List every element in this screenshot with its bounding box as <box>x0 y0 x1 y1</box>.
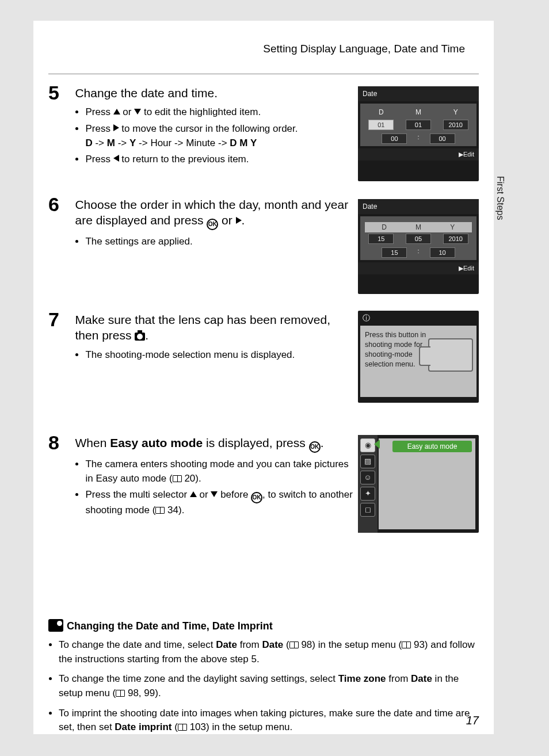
value-minute: 00 <box>430 133 455 144</box>
text: . <box>242 213 245 227</box>
text: from <box>237 639 262 650</box>
lcd-footer: ▶Edit <box>358 148 479 161</box>
camera-illustration <box>428 338 473 372</box>
text: . <box>321 436 324 449</box>
text: Date <box>411 673 432 684</box>
label-m: M <box>404 223 433 231</box>
mode-auto-icon: ◻ <box>360 503 375 517</box>
text: Press <box>85 154 113 165</box>
text: Date imprint <box>115 721 171 732</box>
lcd-date-screen-2: Date D M Y 15 05 2010 15 : 10 ▶Edit <box>358 199 479 294</box>
text: ( <box>283 639 289 650</box>
note-section: Changing the Date and Time, Date Imprint… <box>48 619 479 740</box>
text: D M Y <box>230 138 257 148</box>
up-arrow-icon <box>190 490 197 500</box>
lcd-body: D M Y 15 05 2010 15 : 10 <box>360 216 476 260</box>
text: The camera enters shooting mode and you … <box>85 459 348 484</box>
down-arrow-icon <box>134 108 141 117</box>
text: . <box>145 329 148 342</box>
edit-label: Edit <box>463 151 474 158</box>
bullet-item: Press to return to the previous item. <box>85 152 357 167</box>
mode-icons-column: ◉ ▨ ☺ ✦ ◻ <box>358 435 378 533</box>
bullet-list: The camera enters shooting mode and you … <box>75 457 357 518</box>
value-year: 2010 <box>443 234 468 244</box>
ok-button-icon: OK <box>207 219 218 230</box>
text: Time zone <box>338 673 386 684</box>
date-value-row: 01 01 2010 <box>363 120 474 130</box>
mode-easy-auto-icon: ◉ <box>360 438 375 452</box>
order-sequence: D -> M -> Y -> Hour -> Minute -> D M Y <box>85 136 357 151</box>
text: before <box>218 489 251 500</box>
text: To change the date and time, select <box>59 639 216 650</box>
page-ref-icon <box>289 642 299 648</box>
text: is displayed, press <box>203 436 308 449</box>
text: M <box>107 138 115 148</box>
label-d: D <box>367 108 395 116</box>
step-title: Make sure that the lens cap has been rem… <box>75 312 357 343</box>
text: or <box>197 489 211 500</box>
step-number: 8 <box>48 432 73 454</box>
step-number: 6 <box>48 193 73 216</box>
page-ref-icon <box>155 507 165 514</box>
mode-smart-portrait-icon: ☺ <box>360 471 375 484</box>
text: Press <box>85 106 113 117</box>
text: Date <box>216 639 237 650</box>
text: to move the cursor in the following orde… <box>119 123 298 134</box>
text: or <box>120 106 135 117</box>
mode-preview-area: Easy auto mode <box>379 438 475 529</box>
divider <box>48 74 479 74</box>
page-number: 17 <box>466 714 479 727</box>
bullet-list: The settings are applied. <box>75 235 357 249</box>
bullet-item: Press or to edit the highlighted item. <box>85 105 357 120</box>
colon: : <box>417 133 419 144</box>
page-ref-icon <box>173 475 182 482</box>
time-value-row: 00 : 00 <box>363 133 474 144</box>
note-icon <box>48 619 63 632</box>
label-y: Y <box>438 223 467 231</box>
page-title: Setting Display Language, Date and Time <box>263 43 465 55</box>
step-number: 7 <box>48 308 73 331</box>
note-item: To imprint the shooting date into images… <box>59 707 479 735</box>
text: to return to the previous item. <box>119 154 249 165</box>
text: 103) in the setup menu. <box>187 721 292 732</box>
step-title: Change the date and time. <box>75 85 357 101</box>
lcd-footer: ▶Edit <box>358 262 479 274</box>
label-m: M <box>404 108 433 116</box>
lcd-mode-screen: ◉ ▨ ☺ ✦ ◻ Easy auto mode <box>358 435 479 533</box>
text: 34). <box>165 505 184 516</box>
bullet-list: Press or to edit the highlighted item. P… <box>75 105 357 167</box>
text: from <box>386 673 411 684</box>
dmy-header-row: D M Y <box>363 108 474 116</box>
mode-sport-icon: ✦ <box>360 487 375 501</box>
bullet-item: The camera enters shooting mode and you … <box>85 457 357 486</box>
value-month: 01 <box>406 120 431 130</box>
value-year: 2010 <box>443 120 468 130</box>
value-day: 01 <box>368 120 394 130</box>
note-heading: Changing the Date and Time, Date Imprint <box>48 619 479 632</box>
step-title: Choose the order in which the day, month… <box>75 197 357 230</box>
value-day: 15 <box>368 234 394 244</box>
text: -> Hour -> Minute -> <box>136 138 230 148</box>
label-d: D <box>370 223 399 231</box>
text: Press <box>85 123 113 134</box>
text: Make sure that the lens cap has been rem… <box>75 313 330 342</box>
page-ref-icon <box>402 642 411 648</box>
bullet-item: Press the multi selector or before OK, t… <box>85 488 357 518</box>
date-value-row: 15 05 2010 <box>363 234 474 244</box>
step-body: Make sure that the lens cap has been rem… <box>75 308 357 364</box>
text: Easy auto mode <box>110 436 203 449</box>
text: D <box>85 138 92 148</box>
camera-icon <box>135 333 145 341</box>
info-icon: ⓘ <box>358 311 479 326</box>
side-tab <box>494 147 509 314</box>
info-body: Press this button in shooting mode for s… <box>360 326 476 397</box>
bullet-item: The settings are applied. <box>85 235 357 249</box>
step-title: When Easy auto mode is displayed, press … <box>75 435 357 453</box>
mode-scene-icon: ▨ <box>360 455 375 468</box>
text: 20). <box>182 473 201 484</box>
text: or <box>218 213 235 227</box>
note-item: To change the date and time, select Date… <box>59 638 479 666</box>
edit-label: Edit <box>463 265 474 272</box>
up-arrow-icon <box>113 108 120 117</box>
note-list: To change the date and time, select Date… <box>48 638 479 735</box>
